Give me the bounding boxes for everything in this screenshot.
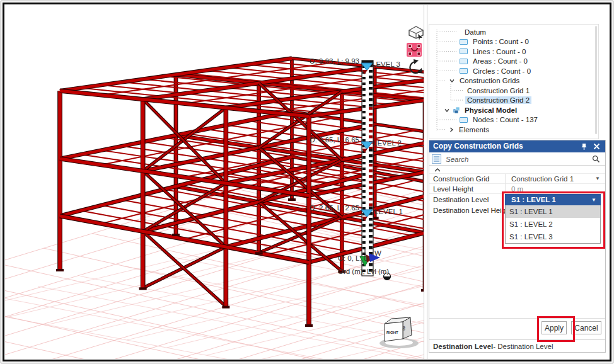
search-input[interactable] <box>444 153 586 165</box>
dropdown-option-1[interactable]: S1 : LEVEL 1 <box>506 205 600 218</box>
level-coords-label: O: 2.65, L: 2.65 <box>296 204 359 212</box>
tree-item-label: Circles : Count - 0 <box>471 67 533 75</box>
filter-list-icon <box>432 154 441 164</box>
tree-item-points-count-0[interactable]: Points : Count - 0 <box>429 37 598 47</box>
status-bar: Destination Level - Destination Level <box>429 339 605 353</box>
element-type-icon <box>460 59 468 64</box>
chevron-down-icon[interactable] <box>449 77 455 84</box>
prop-label: Destination Level Height <box>429 205 505 215</box>
compass-label: W <box>374 249 381 257</box>
chevron-up-icon <box>434 168 441 173</box>
tree-item-elements[interactable]: Elements <box>429 125 598 135</box>
tree-item-label: Elements <box>457 126 491 134</box>
close-icon[interactable] <box>592 142 601 151</box>
panel-splitter-line <box>427 5 427 359</box>
prop-row-level-height: Level Height 0 m <box>429 184 605 194</box>
level-height-field[interactable]: 0 m <box>505 184 605 193</box>
model-viewport[interactable]: RIGHTUP O: 9.93, L: 9.93LEVEL 3O: 6.65, … <box>5 5 424 359</box>
level-name-label: LEVEL 2 <box>373 139 402 147</box>
tree-item-label: Lines : Count - 0 <box>471 48 528 55</box>
copy-construction-grids-dialog: Copy Construction Grids <box>429 140 606 353</box>
tree-item-label: Construction Grids <box>458 77 521 84</box>
dropdown-option-2[interactable]: S1 : LEVEL 2 <box>506 218 600 230</box>
origin-coords-label: O: 0, L: 0 <box>338 254 368 262</box>
panel-splitter[interactable] <box>424 5 424 359</box>
structure-3d-scene[interactable]: RIGHTUP <box>5 5 424 359</box>
dropdown-option-3[interactable]: S1 : LEVEL 3 <box>506 230 600 243</box>
tree-item-nodes-count-137[interactable]: Nodes : Count - 137 <box>429 115 598 125</box>
tree-item-circles-count-0[interactable]: Circles : Count - 0 <box>429 66 598 76</box>
chevron-down-icon: ▼ <box>595 176 600 181</box>
tree-item-datum[interactable]: Datum <box>429 27 598 37</box>
status-field-desc: - Destination Level <box>493 343 553 350</box>
tree-scrollbar[interactable] <box>595 26 597 134</box>
element-type-icon <box>460 117 468 123</box>
construction-grid-select[interactable]: Construction Grid 1 ▼ <box>505 174 605 183</box>
group-collapse-row[interactable] <box>429 166 605 174</box>
prop-label: Level Height <box>429 184 505 193</box>
cancel-button[interactable]: Cancel <box>571 321 601 334</box>
dropdown-selected-value[interactable]: S1 : LEVEL 1 ▼ <box>505 194 601 205</box>
model-tree: DatumPoints : Count - 0Lines : Count - 0… <box>429 24 599 139</box>
prop-row-construction-grid: Construction Grid Construction Grid 1 ▼ <box>429 174 605 184</box>
element-type-icon <box>460 48 468 54</box>
physical-model-icon <box>453 106 460 114</box>
dropdown-option-list: S1 : LEVEL 1S1 : LEVEL 2S1 : LEVEL 3 <box>505 205 601 244</box>
destination-level-dropdown: S1 : LEVEL 1 ▼ S1 : LEVEL 1S1 : LEVEL 2S… <box>505 194 601 244</box>
tree-item-label: Points : Count - 0 <box>471 38 531 45</box>
tree-item-label: Construction Grid 1 <box>465 87 531 94</box>
view-cube-front-label: RIGHT <box>386 331 398 334</box>
chevron-down-icon[interactable] <box>444 107 450 113</box>
tree-item-label: Areas : Count - 0 <box>471 57 530 65</box>
apply-button[interactable]: Apply <box>542 321 567 334</box>
level-name-label: LEVEL 3 <box>372 60 400 68</box>
application-window: RIGHTUP O: 9.93, L: 9.93LEVEL 3O: 6.65, … <box>0 0 614 364</box>
pin-icon[interactable] <box>579 142 589 151</box>
element-type-icon <box>460 68 468 74</box>
tree-item-physical-model[interactable]: Physical Model <box>429 105 598 115</box>
chevron-right-icon[interactable] <box>448 127 455 133</box>
level-name-label: LEVEL 1 <box>374 208 403 215</box>
search-icon[interactable] <box>592 155 600 163</box>
button-separator <box>429 318 605 319</box>
prop-label: Destination Level <box>429 194 505 205</box>
tree-item-areas-count-0[interactable]: Areas : Count - 0 <box>429 57 598 67</box>
tree-item-label: Datum <box>463 28 488 36</box>
tree-item-lines-count-0[interactable]: Lines : Count - 0 <box>429 47 598 57</box>
level-coords-label: O: 6.65, L: 6.65 <box>296 136 359 144</box>
status-field-name: Destination Level <box>433 343 493 350</box>
tree-item-label: Physical Model <box>463 106 519 114</box>
search-row <box>429 152 605 166</box>
tree-item-label: Construction Grid 2 <box>465 96 531 104</box>
tree-item-label: Nodes : Count - 137 <box>471 116 540 123</box>
prop-label: Construction Grid <box>429 174 505 183</box>
tree-item-construction-grid-1[interactable]: Construction Grid 1 <box>429 86 598 96</box>
tree-item-construction-grids[interactable]: Construction Grids <box>429 76 598 86</box>
level-coords-label: O: 9.93, L: 9.93 <box>296 57 359 65</box>
tree-item-construction-grid-2[interactable]: Construction Grid 2 <box>429 96 598 106</box>
right-panel: DatumPoints : Count - 0Lines : Count - 0… <box>427 5 609 359</box>
units-label: Ord (m), Lvl (m) <box>338 268 389 275</box>
chevron-down-icon: ▼ <box>591 197 596 203</box>
element-type-icon <box>460 39 468 45</box>
